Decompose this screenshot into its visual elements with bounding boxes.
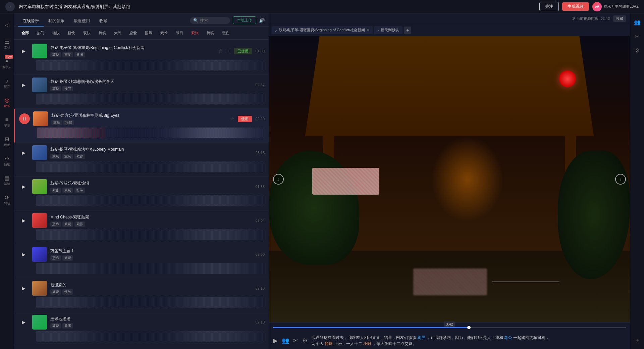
tag: 重度 xyxy=(62,52,73,57)
tab-online-music[interactable]: 在线音乐 xyxy=(18,16,44,27)
user-info: oA 前承万里的城墙L0RZ xyxy=(592,2,639,11)
duration-2: 02:57 xyxy=(255,83,265,87)
generate-button[interactable]: 生成视频 xyxy=(562,2,589,11)
tag: 慢节 xyxy=(62,289,73,295)
rail-cut-icon[interactable]: ✂ xyxy=(631,30,643,42)
play-button-8[interactable]: ▶ xyxy=(18,283,29,294)
sidebar-item-back[interactable]: ◁ xyxy=(1,16,13,34)
star-icon-1[interactable]: ☆ xyxy=(218,48,223,54)
play-button-1[interactable]: ▶ xyxy=(18,46,29,56)
track-info-8: 被遗忘的 鼓疑 慢节 xyxy=(50,282,252,295)
video-panel: ⏱ 当前视频时长: 02:43 收藏 ♪ 鼓疑-电子琴-紧张重要/Beginni… xyxy=(269,13,630,349)
audio-tab-2[interactable]: ♪ 撞天到默认 xyxy=(374,26,403,34)
play-button-7[interactable]: ▶ xyxy=(18,249,29,260)
sidebar-item-filter[interactable]: ▤ 滤镜 xyxy=(1,172,13,189)
volume-icon[interactable]: 🔊 xyxy=(259,18,265,23)
scene-light xyxy=(431,136,503,222)
genre-light[interactable]: 轻快 xyxy=(49,30,63,37)
play-button-3[interactable]: ⏸ xyxy=(19,113,30,124)
waveform-3 xyxy=(37,128,265,138)
collect-button[interactable]: 收藏 xyxy=(613,15,626,22)
track-info-3: 鼓疑-西方乐-置话森林空灵感/Big Eyes 鼓疑 治愈 xyxy=(51,113,227,125)
cut-button[interactable]: ✂ xyxy=(293,337,298,344)
sidebar-item-digital-human[interactable]: ✦ 数字人 NEW xyxy=(1,55,13,72)
star-icon-3[interactable]: ☆ xyxy=(230,116,234,121)
play-button-2[interactable]: ▶ xyxy=(18,80,29,90)
genre-all[interactable]: 全部 xyxy=(18,30,32,37)
list-item[interactable]: ▶ 鼓疑-电子琴-紧张重要/Beginning of Conflict/社会新闻… xyxy=(14,41,269,75)
genre-love[interactable]: 恋爱 xyxy=(126,30,140,37)
close-icon[interactable]: ✕ xyxy=(367,28,369,32)
tab-recent-music[interactable]: 最近使用 xyxy=(69,16,95,27)
sidebar-item-template[interactable]: ⊞ 模板 xyxy=(1,133,13,150)
track-thumb-8 xyxy=(32,281,47,296)
genre-funny2[interactable]: 搞笑 xyxy=(203,30,217,37)
play-control-button[interactable]: ▶ xyxy=(273,337,278,344)
tag: 鼓疑 xyxy=(62,255,73,261)
rail-settings-icon[interactable]: ⚙ xyxy=(631,44,643,56)
genre-fast[interactable]: 轻快 xyxy=(64,30,78,37)
play-button-4[interactable]: ▶ xyxy=(18,147,29,158)
genre-double[interactable]: 双快 xyxy=(80,30,94,37)
genre-sad[interactable]: 悲伤 xyxy=(219,30,233,37)
play-button-6[interactable]: ▶ xyxy=(18,215,29,226)
track-thumb-1 xyxy=(32,44,47,58)
play-button-9[interactable]: ▶ xyxy=(18,317,29,328)
play-button-5[interactable]: ▶ xyxy=(18,181,29,192)
nav-arrow-right[interactable]: › xyxy=(615,174,626,185)
music-tabs-bar: 在线音乐 我的音乐 最近使用 收藏 🔍 本地上传 🔊 xyxy=(14,13,269,27)
audio-tab-1[interactable]: ♪ 鼓疑-电子琴-紧张重要/Beginning of Conflict/社会新闻… xyxy=(272,26,373,34)
follow-button[interactable]: 关注 xyxy=(539,2,559,11)
nav-arrow-left[interactable]: ‹ xyxy=(273,174,284,185)
track-info-1: 鼓疑-电子琴-紧张重要/Beginning of Conflict/社会新闻 鼓… xyxy=(50,45,215,57)
track-name-1: 鼓疑-电子琴-紧张重要/Beginning of Conflict/社会新闻 xyxy=(50,45,215,51)
more-icon-1[interactable]: ⋯ xyxy=(226,48,231,54)
progress-bar[interactable]: 3.42 xyxy=(273,327,626,328)
track-info-5: 鼓疑-管弦乐-紧张惊惧 紧张 鼓疑 打斗 xyxy=(50,181,252,193)
sidebar-item-dubbing[interactable]: ♪ 配音 xyxy=(1,74,13,92)
tab-my-music[interactable]: 我的音乐 xyxy=(44,16,69,27)
sidebar-item-sticker[interactable]: ❈ 贴纸 xyxy=(1,152,13,170)
genre-martial[interactable]: 武术 xyxy=(157,30,171,37)
sidebar-item-material[interactable]: ☰ 素材 xyxy=(1,36,13,53)
track-info-7: 万圣节主题 1 恐怖 鼓疑 xyxy=(50,248,252,261)
tag: 紧张 xyxy=(62,323,73,329)
use-button-1[interactable]: 已使用 xyxy=(234,48,252,54)
scene-roof xyxy=(305,36,594,136)
list-item[interactable]: ▶ 被遗忘的 鼓疑 慢节 02:16 xyxy=(14,278,269,312)
use-button-3[interactable]: 使用 xyxy=(238,116,252,122)
list-item[interactable]: ▶ 鼓疑-钢琴-凄凉悲悯伤心/漫长的冬天 鼓疑 慢节 02:57 xyxy=(14,75,269,109)
list-item[interactable]: ▶ 鼓疑-管弦乐-紧张惊惧 紧张 鼓疑 打斗 01:38 xyxy=(14,177,269,210)
rail-people-icon[interactable]: 👥 xyxy=(631,16,643,28)
track-name-9: 玉米地逃逃 xyxy=(50,316,252,322)
sidebar-item-subtitle[interactable]: ≡ 字幕 xyxy=(1,113,13,131)
search-box[interactable]: 🔍 xyxy=(190,17,230,24)
caption-red-1: 轮班 xyxy=(325,341,333,346)
waveform-8 xyxy=(36,297,265,308)
track-thumb-5 xyxy=(32,179,47,194)
right-rail: 👥 ✂ ⚙ + xyxy=(630,13,644,349)
add-tab-button[interactable]: + xyxy=(404,27,411,34)
tab-favorites[interactable]: 收藏 xyxy=(95,16,112,27)
list-item[interactable]: ▶ Mind Chaos-紧张鼓疑 恐怖 鼓疑 紧张 03:04 xyxy=(14,210,269,244)
list-item[interactable]: ⏸ 鼓疑-西方乐-置话森林空灵感/Big Eyes 鼓疑 治愈 ☆ 使用 02:… xyxy=(14,109,269,143)
genre-hot[interactable]: 热门 xyxy=(34,30,48,37)
search-input[interactable] xyxy=(200,18,227,23)
settings-ctrl-button[interactable]: ⚙ xyxy=(302,337,308,344)
genre-grand[interactable]: 大气 xyxy=(111,30,125,37)
rail-add-icon[interactable]: + xyxy=(631,334,643,346)
people-button[interactable]: 👥 xyxy=(282,337,289,344)
genre-national[interactable]: 国风 xyxy=(142,30,156,37)
list-item[interactable]: ▶ 万圣节主题 1 恐怖 鼓疑 02:00 xyxy=(14,244,269,278)
track-name-7: 万圣节主题 1 xyxy=(50,248,252,254)
back-button[interactable]: ‹ xyxy=(5,2,15,11)
sidebar-item-music[interactable]: ◎ 配乐 xyxy=(1,94,13,111)
sidebar-item-transition[interactable]: ⟳ 转场 xyxy=(1,191,13,209)
genre-tense[interactable]: 紧张 xyxy=(188,30,202,37)
genre-funny[interactable]: 搞笑 xyxy=(95,30,109,37)
list-item[interactable]: ▶ 玉米地逃逃 鼓疑 紧张 02:18 xyxy=(14,312,269,346)
duration-5: 01:38 xyxy=(255,185,265,189)
list-item[interactable]: ▶ 鼓疑-提琴-紧张魔法神奇/Lonely Mountain 鼓疑 宝玩 紧张 … xyxy=(14,143,269,177)
upload-button[interactable]: 本地上传 xyxy=(233,16,256,24)
genre-festival[interactable]: 节日 xyxy=(172,30,186,37)
